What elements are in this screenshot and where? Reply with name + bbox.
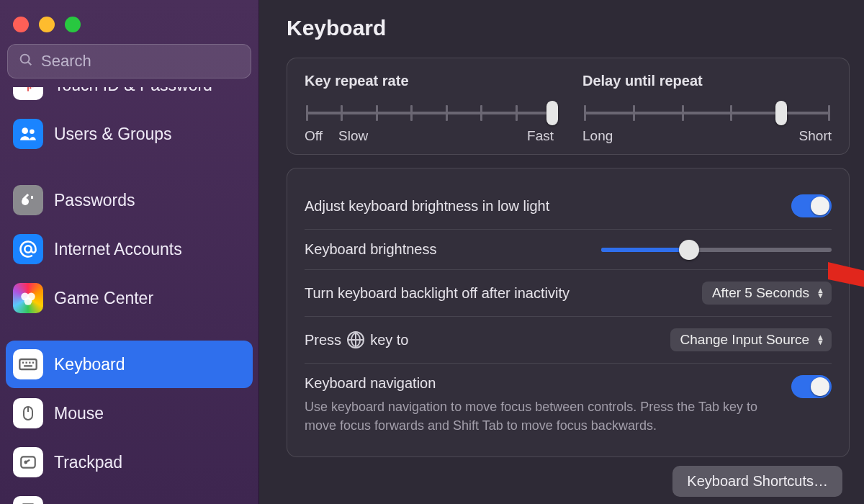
sidebar-item-label: Game Center: [54, 289, 153, 308]
sidebar-item-mouse[interactable]: Mouse: [6, 390, 253, 437]
close-window-button[interactable]: [13, 17, 29, 32]
gamecenter-icon: [13, 283, 43, 313]
delay-title: Delay until repeat: [582, 73, 832, 89]
mouse-icon: [13, 398, 43, 428]
trackpad-icon: [13, 447, 43, 477]
backlight-off-label: Turn keyboard backlight off after inacti…: [305, 285, 570, 302]
at-icon: [13, 234, 43, 264]
search-input[interactable]: [41, 52, 240, 71]
globe-icon: [347, 331, 364, 348]
auto-brightness-row: Adjust keyboard brightness in low light: [305, 183, 832, 229]
sidebar-item-trackpad[interactable]: Trackpad: [6, 438, 253, 486]
sidebar-item-printers[interactable]: Printers & Scanners: [6, 487, 253, 504]
sidebar-item-label: Keyboard: [54, 355, 125, 374]
keyboard-icon: [13, 349, 43, 379]
updown-icon: ▲▼: [816, 288, 824, 298]
svg-rect-15: [32, 362, 34, 364]
sidebar-item-label: Internet Accounts: [54, 240, 182, 259]
auto-brightness-toggle[interactable]: [791, 194, 832, 217]
key-repeat-col: Key repeat rate Off Slow Fast: [305, 73, 554, 144]
key-icon: [13, 185, 43, 215]
users-icon: [13, 119, 43, 149]
sidebar: Touch ID & PasswordUsers & GroupsPasswor…: [0, 0, 259, 504]
globe-key-value: Change Input Source: [680, 332, 810, 348]
delay-short-label: Short: [799, 128, 832, 144]
svg-point-3: [30, 130, 34, 135]
key-repeat-fast-label: Fast: [527, 128, 554, 144]
sidebar-item-touchid[interactable]: Touch ID & Password: [6, 87, 253, 109]
svg-point-7: [24, 246, 31, 252]
sidebar-item-passwords[interactable]: Passwords: [6, 176, 253, 224]
sidebar-item-label: Passwords: [54, 191, 135, 210]
svg-line-1: [28, 62, 31, 65]
backlight-off-value: After 5 Seconds: [712, 285, 809, 301]
backlight-off-row: Turn keyboard backlight off after inacti…: [305, 269, 832, 316]
keyboard-nav-row: Keyboard navigation Use keyboard navigat…: [305, 363, 832, 446]
sidebar-nav: Touch ID & PasswordUsers & GroupsPasswor…: [0, 87, 258, 504]
delay-col: Delay until repeat Long Short: [582, 73, 832, 144]
globe-key-row: Press key to Change Input Source ▲▼: [305, 316, 832, 363]
svg-rect-6: [31, 196, 33, 199]
svg-rect-14: [29, 362, 30, 364]
updown-icon: ▲▼: [816, 335, 824, 345]
sidebar-item-label: Users & Groups: [54, 125, 172, 144]
sidebar-item-internet[interactable]: Internet Accounts: [6, 225, 253, 273]
page-title: Keyboard: [287, 16, 850, 40]
sidebar-item-users[interactable]: Users & Groups: [6, 110, 253, 158]
keyboard-options-panel: Adjust keyboard brightness in low light …: [287, 168, 850, 457]
backlight-off-popup[interactable]: After 5 Seconds ▲▼: [702, 282, 832, 305]
svg-rect-13: [26, 362, 27, 364]
brightness-label: Keyboard brightness: [305, 241, 436, 258]
svg-point-10: [24, 297, 32, 305]
zoom-window-button[interactable]: [65, 17, 81, 32]
svg-rect-11: [19, 359, 36, 369]
keyboard-nav-desc: Use keyboard navigation to move focus be…: [305, 397, 791, 435]
search-icon: [18, 52, 41, 71]
keyboard-nav-label: Keyboard navigation: [305, 375, 791, 392]
sidebar-item-label: Trackpad: [54, 453, 122, 472]
sidebar-item-label: Printers & Scanners: [54, 502, 202, 505]
svg-rect-12: [22, 362, 24, 364]
delay-slider[interactable]: [584, 102, 830, 124]
printer-icon: [13, 496, 43, 504]
key-repeat-slider[interactable]: [306, 102, 552, 124]
keyboard-shortcuts-button[interactable]: Keyboard Shortcuts…: [672, 466, 842, 497]
sidebar-item-gamectr[interactable]: Game Center: [6, 274, 253, 322]
search-field[interactable]: [7, 44, 251, 78]
fingerprint-icon: [13, 87, 43, 100]
svg-rect-19: [21, 456, 35, 467]
svg-point-0: [21, 55, 30, 63]
key-repeat-off-label: Off: [305, 128, 323, 144]
auto-brightness-label: Adjust keyboard brightness in low light: [305, 198, 549, 215]
sidebar-item-label: Mouse: [54, 404, 104, 423]
keyboard-nav-toggle[interactable]: [791, 375, 832, 398]
sidebar-item-label: Touch ID & Password: [54, 87, 212, 95]
main-content: Keyboard Key repeat rate Off Slow Fast D…: [259, 0, 864, 504]
minimize-window-button[interactable]: [39, 17, 55, 32]
key-repeat-title: Key repeat rate: [305, 73, 554, 89]
delay-long-label: Long: [582, 128, 613, 144]
brightness-row: Keyboard brightness: [305, 229, 832, 269]
key-repeat-slow-label: Slow: [338, 128, 368, 144]
svg-point-2: [22, 127, 28, 134]
svg-rect-16: [24, 365, 32, 366]
sidebar-item-keyboard[interactable]: Keyboard: [6, 341, 253, 388]
window-controls: [0, 3, 258, 44]
brightness-slider[interactable]: [601, 242, 832, 258]
globe-key-label: Press key to: [305, 331, 408, 348]
repeat-rate-panel: Key repeat rate Off Slow Fast Delay unti…: [287, 58, 850, 155]
globe-key-popup[interactable]: Change Input Source ▲▼: [670, 328, 832, 351]
